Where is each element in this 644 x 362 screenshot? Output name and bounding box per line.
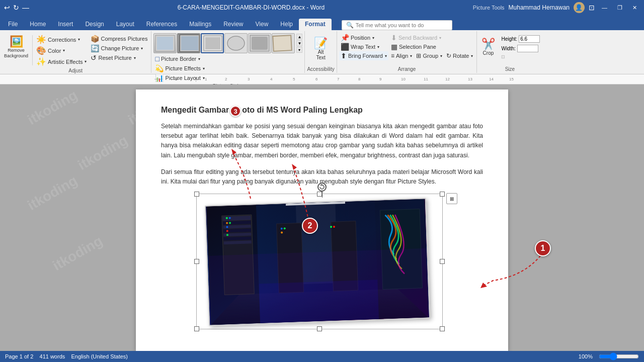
send-backward-button[interactable]: ⬇ Send Backward ▾ [389, 33, 474, 42]
style-thumb-6[interactable] [272, 33, 295, 53]
handle-mid-left[interactable] [194, 259, 199, 264]
group-icon: ⊞ [416, 52, 421, 59]
tab-references[interactable]: References [140, 19, 183, 30]
change-dropdown-icon: ▾ [141, 46, 143, 51]
svg-rect-3 [181, 36, 198, 50]
crop-button[interactable]: ✂️ Crop [479, 33, 497, 61]
doc-title: Mengedit Gambar3oto di MS Word Paling Le… [161, 105, 483, 116]
position-icon: 📌 [341, 34, 349, 42]
layout-options-button[interactable]: ⊞ [446, 193, 457, 204]
color-button[interactable]: 🎨 Color ▾ [35, 45, 88, 56]
selection-pane-button[interactable]: ▦ Selection Pane [389, 42, 474, 51]
handle-bot-right[interactable] [440, 326, 445, 331]
handle-mid-right[interactable] [440, 259, 445, 264]
document-page: Mengedit Gambar3oto di MS Word Paling Le… [136, 89, 508, 351]
zoom-level[interactable]: 100% [579, 353, 593, 359]
window-title: 6-CARA-MENGEDIT-GAMBAR-DI-WORD.docx - Wo… [178, 4, 325, 11]
style-thumb-2[interactable] [177, 33, 200, 53]
group-label: Group [423, 53, 438, 59]
rotate-handle[interactable] [317, 183, 327, 192]
zoom-slider[interactable] [599, 352, 639, 360]
compress-pictures-button[interactable]: 📦 Compress Pictures [89, 34, 149, 43]
size-group-label: Size [479, 65, 540, 73]
size-expand-button[interactable]: ⊡ [501, 54, 540, 59]
align-dropdown-icon: ▾ [410, 54, 412, 58]
statusbar: Page 1 of 2 411 words English (United St… [0, 351, 644, 362]
compress-icon: 📦 [91, 35, 99, 43]
tab-format[interactable]: Format [299, 19, 332, 30]
pin-button[interactable]: — [22, 4, 29, 12]
adjust-group-label: Adjust [2, 67, 149, 74]
ribbon-toggle-icon[interactable]: ⊡ [589, 4, 595, 12]
selection-pane-label: Selection Pane [399, 44, 436, 50]
selected-image[interactable] [205, 198, 430, 326]
position-button[interactable]: 📌 Position ▾ [339, 33, 388, 42]
reset-picture-label: Reset Picture [98, 55, 131, 61]
picture-effects-button[interactable]: 💫 Picture Effects ▾ [153, 64, 206, 73]
artistic-effects-button[interactable]: ✨ Artistic Effects ▾ [35, 56, 88, 67]
alt-text-button[interactable]: 📝 AltText [312, 35, 330, 63]
picture-border-button[interactable]: □ Picture Border ▾ [153, 54, 206, 63]
tab-home[interactable]: Home [24, 19, 52, 30]
corrections-button[interactable]: ☀️ Corrections ▾ [35, 34, 88, 45]
handle-top-left[interactable] [194, 192, 199, 197]
width-input[interactable] [517, 45, 538, 52]
reset-picture-button[interactable]: ↺ Reset Picture ▾ [89, 53, 149, 62]
align-button[interactable]: ≡ Align ▾ [389, 52, 414, 60]
style-thumb-1[interactable] [153, 33, 177, 53]
position-dropdown-icon: ▾ [372, 36, 374, 40]
tab-design[interactable]: Design [79, 19, 110, 30]
watermark: itkoding [50, 233, 105, 274]
reset-icon: ↺ [91, 54, 97, 62]
gallery-down-button[interactable]: ▼ [296, 40, 302, 46]
handle-top-right[interactable] [440, 192, 445, 197]
handle-top-center[interactable] [317, 192, 322, 197]
minimize-button[interactable]: — [599, 4, 610, 12]
gallery-expand-button[interactable]: ▾ [296, 47, 302, 53]
tell-me-bar[interactable]: 🔍 Tell me what you want to do [342, 20, 452, 30]
alt-text-label: AltText [316, 49, 325, 60]
width-label: Width: [501, 46, 515, 51]
adjust-group: 🖼️ RemoveBackground ☀️ Corrections ▾ 🎨 C… [0, 31, 151, 73]
corrections-label: Corrections [48, 37, 76, 43]
tab-file[interactable]: File [2, 19, 24, 30]
effects-dropdown-icon: ▾ [203, 66, 205, 71]
change-picture-button[interactable]: 🔄 Change Picture ▾ [89, 44, 149, 53]
tab-insert[interactable]: Insert [52, 19, 79, 30]
accessibility-group: 📝 AltText Accessibility [305, 31, 337, 73]
height-label: Height: [501, 36, 517, 42]
wrap-text-button[interactable]: ⬛ Wrap Text ▾ [339, 42, 388, 51]
tab-help[interactable]: Help [274, 19, 299, 30]
watermark: itkoding [25, 87, 80, 128]
restore-button[interactable]: ❐ [614, 4, 625, 12]
tab-view[interactable]: View [250, 19, 275, 30]
bring-forward-button[interactable]: ⬆ Bring Forward ▾ [339, 51, 388, 60]
height-input[interactable] [519, 35, 540, 43]
remove-background-button[interactable]: 🖼️ RemoveBackground [2, 33, 30, 61]
color-label: Color [48, 48, 61, 54]
user-avatar[interactable]: 👤 [574, 2, 585, 13]
alt-text-icon: 📝 [314, 38, 328, 49]
rotate-dropdown-icon: ▾ [471, 54, 473, 58]
group-button[interactable]: ⊞ Group ▾ [415, 52, 444, 60]
tab-layout[interactable]: Layout [110, 19, 140, 30]
close-button[interactable]: ✕ [629, 4, 640, 12]
handle-bot-center[interactable] [317, 326, 322, 331]
style-thumb-5[interactable] [248, 33, 271, 53]
image-container[interactable]: ⊞ [196, 194, 448, 329]
undo-button[interactable]: ↩ [4, 4, 10, 12]
tab-review[interactable]: Review [217, 19, 249, 30]
arrange-group: 📌 Position ▾ ⬛ Wrap Text ▾ ⬆ Bring Forwa… [337, 31, 477, 73]
tell-me-placeholder: Tell me what you want to do [356, 22, 424, 28]
style-thumb-3[interactable] [201, 33, 224, 53]
annotation-3: 3 [230, 106, 241, 117]
artistic-icon: ✨ [36, 57, 46, 66]
tab-mailings[interactable]: Mailings [183, 19, 217, 30]
redo-button[interactable]: ↻ [13, 4, 19, 12]
rotate-button[interactable]: ↻ Rotate ▾ [445, 52, 474, 60]
reset-dropdown-icon: ▾ [134, 56, 136, 60]
handle-bot-left[interactable] [194, 326, 199, 331]
gallery-up-button[interactable]: ▲ [296, 34, 302, 40]
style-thumb-4[interactable] [224, 33, 248, 53]
style-gallery [153, 33, 295, 53]
